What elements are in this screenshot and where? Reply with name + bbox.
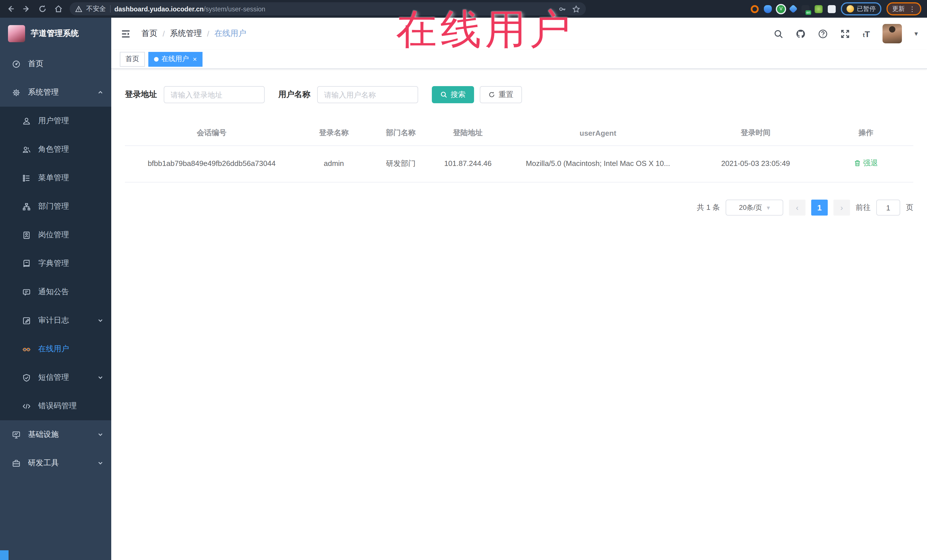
extension-icon[interactable] <box>751 5 759 13</box>
sidebar-item-error-code-management[interactable]: 错误码管理 <box>0 392 111 420</box>
prev-page-button[interactable]: ‹ <box>789 200 805 216</box>
profile-emoji-icon <box>846 5 854 12</box>
browser-update-button[interactable]: 更新 ⋮ <box>886 2 921 15</box>
search-icon[interactable] <box>774 29 784 38</box>
font-size-icon[interactable]: tT <box>863 29 870 38</box>
login-address-input[interactable] <box>164 86 265 103</box>
extension-icon[interactable] <box>815 5 823 13</box>
tag-online-users[interactable]: 在线用户 × <box>148 52 202 67</box>
page-url: dashboard.yudao.iocoder.cn/system/user-s… <box>114 5 265 12</box>
trash-icon <box>854 160 861 167</box>
sidebar-item-user-management[interactable]: 用户管理 <box>0 107 111 135</box>
id-badge-icon <box>22 231 31 240</box>
forward-icon[interactable] <box>22 4 31 14</box>
sidebar-item-label: 部门管理 <box>38 201 103 212</box>
extension-icon[interactable]: en <box>801 5 810 13</box>
column-header-session-id: 会话编号 <box>125 120 298 146</box>
user-name-label: 用户名称 <box>278 90 310 100</box>
goto-label: 前往 <box>856 202 871 213</box>
total-count: 共 1 条 <box>697 202 720 213</box>
extensions-puzzle-icon[interactable] <box>828 5 836 13</box>
extension-icon[interactable] <box>789 4 798 13</box>
chevron-down-icon <box>97 432 103 437</box>
sidebar-item-label: 菜单管理 <box>38 173 103 183</box>
tag-label: 首页 <box>126 54 139 64</box>
search-button-label: 搜索 <box>451 90 465 100</box>
help-icon[interactable] <box>818 29 828 38</box>
user-name-input[interactable] <box>317 86 418 103</box>
cell-session-id: bfbb1ab79ba849e49fb26ddb56a73044 <box>125 146 298 182</box>
cell-actions: 强退 <box>819 146 913 182</box>
reset-button[interactable]: 重置 <box>480 86 522 103</box>
reload-icon[interactable] <box>38 4 47 14</box>
breadcrumb-home[interactable]: 首页 <box>141 29 158 39</box>
sidebar-item-label: 错误码管理 <box>38 401 103 411</box>
cell-dept-name: 研发部门 <box>369 146 432 182</box>
sidebar-item-label: 岗位管理 <box>38 230 103 240</box>
app-logo-row[interactable]: 芋道管理系统 <box>0 18 111 50</box>
sidebar-item-post-management[interactable]: 岗位管理 <box>0 221 111 249</box>
fullscreen-icon[interactable] <box>840 29 850 38</box>
reset-button-label: 重置 <box>498 90 514 100</box>
collapse-sidebar-icon[interactable] <box>120 28 131 39</box>
extension-icon[interactable] <box>764 5 772 13</box>
app-logo <box>8 25 25 42</box>
breadcrumb-separator: / <box>163 29 165 38</box>
sidebar-item-department-management[interactable]: 部门管理 <box>0 192 111 221</box>
sidebar-item-sms-management[interactable]: 短信管理 <box>0 363 111 392</box>
page-number-button[interactable]: 1 <box>811 200 828 216</box>
security-label: 不安全 <box>86 5 106 13</box>
code-icon <box>22 401 31 411</box>
sidebar-item-system-management[interactable]: 系统管理 <box>0 78 111 107</box>
profile-paused-badge[interactable]: 已暂停 <box>841 2 881 15</box>
cell-user-agent: Mozilla/5.0 (Macintosh; Intel Mac OS X 1… <box>503 146 693 182</box>
page-size-select[interactable]: 20条/页 ▾ <box>726 200 783 216</box>
tag-label: 在线用户 <box>161 54 189 64</box>
home-icon[interactable] <box>54 4 63 14</box>
github-icon[interactable] <box>796 29 806 38</box>
column-header-actions: 操作 <box>819 120 913 146</box>
sidebar-item-menu-management[interactable]: 菜单管理 <box>0 164 111 192</box>
search-button[interactable]: 搜索 <box>432 86 474 103</box>
warning-icon <box>75 5 82 12</box>
sidebar-item-label: 短信管理 <box>38 372 90 382</box>
browser-menu-icon[interactable]: ⋮ <box>909 5 916 13</box>
breadcrumb-separator: / <box>207 29 209 38</box>
user-icon <box>22 116 31 126</box>
monitor-icon <box>11 430 21 439</box>
caret-down-icon: ▾ <box>767 204 770 211</box>
sidebar-item-infrastructure[interactable]: 基础设施 <box>0 420 111 449</box>
close-icon[interactable]: × <box>193 56 197 62</box>
user-menu-caret-icon[interactable]: ▾ <box>915 30 918 38</box>
url-path: /system/user-session <box>204 5 265 12</box>
active-dot-icon <box>154 57 159 61</box>
sidebar-item-label: 角色管理 <box>38 144 103 155</box>
tag-home[interactable]: 首页 <box>120 52 145 67</box>
sidebar-item-role-management[interactable]: 角色管理 <box>0 135 111 164</box>
sidebar-item-notice-announcement[interactable]: 通知公告 <box>0 278 111 306</box>
sidebar-item-label: 用户管理 <box>38 116 103 126</box>
sidebar-item-audit-log[interactable]: 审计日志 <box>0 306 111 335</box>
divider <box>110 5 110 12</box>
back-icon[interactable] <box>6 4 15 14</box>
sidebar-item-home[interactable]: 首页 <box>0 50 111 78</box>
sessions-table: 会话编号 登录名称 部门名称 登陆地址 userAgent 登录时间 操作 bf… <box>125 120 913 182</box>
goggles-icon <box>22 344 31 354</box>
sidebar-item-label: 字典管理 <box>38 258 103 269</box>
column-header-dept-name: 部门名称 <box>369 120 432 146</box>
force-logout-button[interactable]: 强退 <box>854 157 878 169</box>
avatar[interactable] <box>883 24 902 43</box>
extension-icon[interactable]: V <box>777 5 785 13</box>
breadcrumb-system[interactable]: 系统管理 <box>170 29 202 39</box>
next-page-button[interactable]: › <box>833 200 850 216</box>
sidebar-item-online-users[interactable]: 在线用户 <box>0 335 111 363</box>
sidebar-item-label: 首页 <box>28 59 103 69</box>
corner-indicator <box>0 550 9 560</box>
table-row: bfbb1ab79ba849e49fb26ddb56a73044 admin 研… <box>125 146 913 182</box>
sidebar-item-dev-tools[interactable]: 研发工具 <box>0 449 111 477</box>
sidebar-item-dictionary-management[interactable]: 字典管理 <box>0 249 111 278</box>
goto-page-input[interactable] <box>876 200 900 216</box>
cell-login-time: 2021-05-03 23:05:49 <box>693 146 819 182</box>
search-icon <box>441 91 447 98</box>
breadcrumb: 首页 / 系统管理 / 在线用户 <box>141 29 246 39</box>
